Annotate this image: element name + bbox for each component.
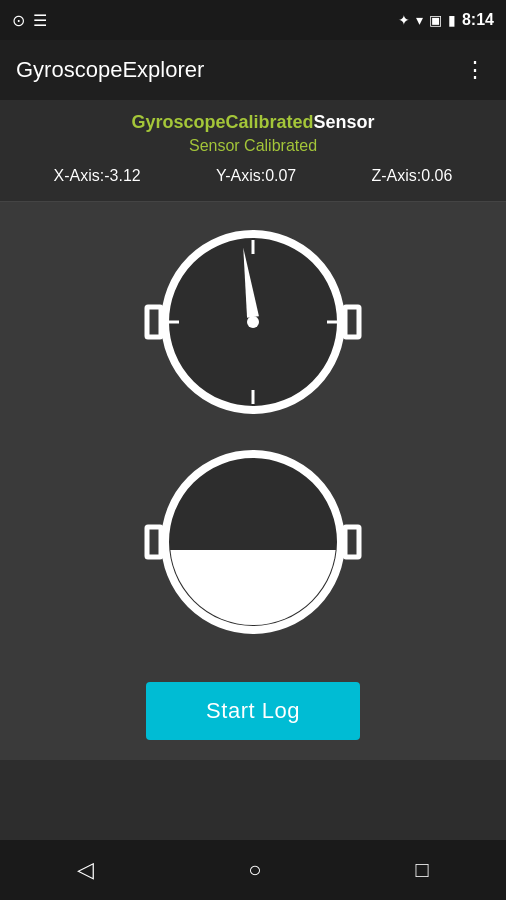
status-time: 8:14 — [462, 11, 494, 29]
app-title: GyroscopeExplorer — [16, 57, 204, 83]
z-axis-value: Z-Axis:0.06 — [371, 167, 452, 185]
svg-rect-13 — [165, 550, 341, 630]
x-axis-value: X-Axis:-3.12 — [54, 167, 141, 185]
bluetooth-icon: ✦ — [398, 12, 410, 28]
system-icon: ☰ — [33, 11, 47, 30]
title-gyroscope: Gyroscope — [131, 112, 225, 132]
app-bar: GyroscopeExplorer ⋮ — [0, 40, 506, 100]
wifi-icon: ▾ — [416, 12, 423, 28]
title-sensor: Sensor — [314, 112, 375, 132]
title-calibrated: Calibrated — [225, 112, 313, 132]
nav-bar: ◁ ○ □ — [0, 840, 506, 900]
status-right-icons: ✦ ▾ ▣ ▮ 8:14 — [398, 11, 494, 29]
level-svg — [143, 442, 363, 642]
level-gauge — [143, 442, 363, 642]
back-button[interactable]: ◁ — [77, 857, 94, 883]
compass-gauge — [143, 222, 363, 422]
calibration-status: Sensor Calibrated — [16, 137, 490, 155]
button-area: Start Log — [0, 662, 506, 760]
status-left-icons: ⊙ ☰ — [12, 11, 47, 30]
compass-svg — [143, 222, 363, 422]
info-panel: GyroscopeCalibratedSensor Sensor Calibra… — [0, 100, 506, 202]
android-icon: ⊙ — [12, 11, 25, 30]
gauges-container — [0, 202, 506, 662]
start-log-button[interactable]: Start Log — [146, 682, 360, 740]
svg-rect-10 — [345, 527, 359, 557]
signal-icon: ▣ — [429, 12, 442, 28]
recent-apps-button[interactable]: □ — [416, 857, 429, 883]
status-bar: ⊙ ☰ ✦ ▾ ▣ ▮ 8:14 — [0, 0, 506, 40]
svg-rect-9 — [147, 527, 161, 557]
calibration-title: GyroscopeCalibratedSensor — [16, 112, 490, 133]
svg-rect-0 — [147, 307, 161, 337]
home-button[interactable]: ○ — [248, 857, 261, 883]
y-axis-value: Y-Axis:0.07 — [216, 167, 296, 185]
axis-values: X-Axis:-3.12 Y-Axis:0.07 Z-Axis:0.06 — [16, 163, 490, 189]
battery-icon: ▮ — [448, 12, 456, 28]
svg-rect-1 — [345, 307, 359, 337]
svg-point-8 — [247, 316, 259, 328]
more-options-icon[interactable]: ⋮ — [460, 53, 490, 87]
